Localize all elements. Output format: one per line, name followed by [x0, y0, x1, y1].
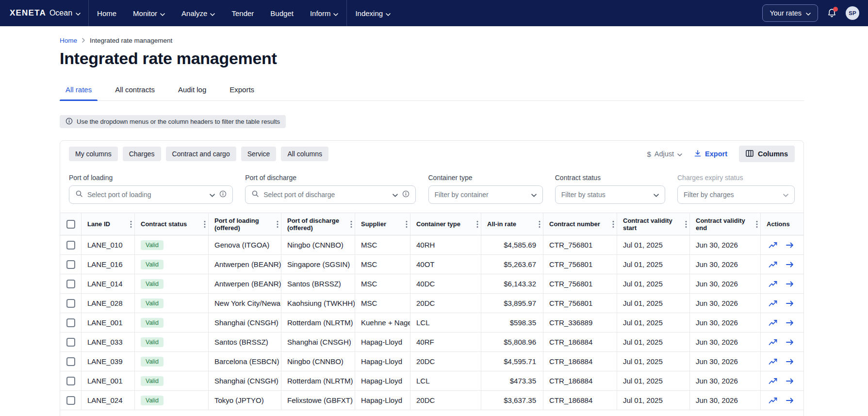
header-validity-end[interactable]: Contract validity end [690, 213, 761, 235]
column-menu-icon[interactable] [539, 220, 540, 228]
columns-button[interactable]: Columns [739, 146, 795, 162]
chip-contract-and-cargo[interactable]: Contract and cargo [166, 147, 236, 161]
trend-chart-icon[interactable] [769, 280, 778, 288]
nav-item-budget[interactable]: Budget [262, 0, 302, 26]
tab-exports[interactable]: Exports [224, 85, 260, 100]
open-row-arrow-icon[interactable] [786, 358, 794, 366]
trend-chart-icon[interactable] [769, 319, 778, 327]
status-badge: Valid [141, 279, 164, 289]
row-checkbox[interactable] [66, 338, 75, 347]
breadcrumb-home-link[interactable]: Home [60, 37, 77, 44]
avatar[interactable]: SP [846, 6, 859, 20]
table-body: LANE_010 Valid Genova (ITGOA) Ningbo (CN… [60, 235, 803, 410]
row-checkbox[interactable] [66, 357, 75, 366]
charges-expiry-select[interactable]: Filter by charges [677, 185, 795, 204]
tab-audit-log[interactable]: Audit log [172, 85, 212, 100]
select-all-checkbox[interactable] [66, 220, 75, 229]
lane-id-cell: LANE_016 [82, 255, 135, 274]
header-all-in-rate[interactable]: All-in rate [481, 213, 543, 235]
row-checkbox[interactable] [66, 377, 75, 385]
chip-charges[interactable]: Charges [123, 147, 161, 161]
row-checkbox[interactable] [66, 318, 75, 327]
chip-my-columns[interactable]: My columns [69, 147, 118, 161]
container-type-select[interactable]: Filter by container [428, 185, 543, 204]
trend-chart-icon[interactable] [769, 377, 778, 385]
trend-chart-icon[interactable] [769, 300, 778, 307]
port-of-discharge-select[interactable]: Select port of discharge [245, 185, 416, 204]
chip-service[interactable]: Service [241, 147, 277, 161]
your-rates-button[interactable]: Your rates [762, 4, 818, 22]
nav-item-tender[interactable]: Tender [223, 0, 262, 26]
header-container-type[interactable]: Container type [410, 213, 481, 235]
header-port-of-discharge[interactable]: Port of discharge (offered) [281, 213, 355, 235]
column-menu-icon[interactable] [350, 220, 352, 228]
row-checkbox[interactable] [66, 299, 75, 308]
header-contract-status[interactable]: Contract status [135, 213, 209, 235]
open-row-arrow-icon[interactable] [786, 300, 794, 307]
open-row-arrow-icon[interactable] [786, 261, 794, 268]
chevron-right-icon [82, 37, 85, 44]
header-lane-id[interactable]: Lane ID [82, 213, 135, 235]
nav-item-inform[interactable]: Inform [302, 0, 347, 26]
open-row-arrow-icon[interactable] [786, 397, 794, 404]
nav-item-monitor[interactable]: Monitor [125, 0, 173, 26]
trend-chart-icon[interactable] [769, 241, 778, 249]
chevron-down-icon [531, 190, 537, 199]
info-icon[interactable] [402, 190, 409, 200]
row-checkbox[interactable] [66, 241, 75, 250]
column-menu-icon[interactable] [756, 220, 758, 228]
adjust-currency-menu[interactable]: $ Adjust [647, 150, 682, 158]
contract-status-select[interactable]: Filter by status [555, 185, 665, 204]
columns-icon [746, 150, 753, 158]
port-of-loading-select[interactable]: Select port of loading [69, 185, 233, 204]
open-row-arrow-icon[interactable] [786, 241, 794, 249]
logo[interactable]: XENETA Ocean [10, 0, 88, 26]
header-supplier[interactable]: Supplier [355, 213, 410, 235]
nav-item-home[interactable]: Home [89, 0, 125, 26]
contract-number-cell: CTR_186884 [543, 333, 617, 351]
header-port-of-loading[interactable]: Port of loading (offered) [209, 213, 281, 235]
notification-bell-icon[interactable] [827, 8, 836, 18]
open-row-arrow-icon[interactable] [786, 338, 794, 346]
column-menu-icon[interactable] [277, 220, 278, 228]
column-menu-icon[interactable] [204, 220, 206, 228]
open-row-arrow-icon[interactable] [786, 319, 794, 327]
row-checkbox[interactable] [66, 260, 75, 269]
supplier-cell: MSC [355, 255, 410, 274]
column-menu-icon[interactable] [612, 220, 614, 228]
info-icon[interactable] [219, 190, 227, 200]
row-checkbox[interactable] [66, 396, 75, 405]
nav-item-analyze[interactable]: Analyze [173, 0, 223, 26]
contract-number-cell: CTR_186884 [543, 352, 617, 371]
header-validity-start[interactable]: Contract validity start [617, 213, 690, 235]
nav-item-indexing[interactable]: Indexing [347, 0, 399, 26]
validity-start-cell: Jul 01, 2025 [617, 371, 690, 390]
actions-cell [761, 391, 803, 410]
port-of-loading-cell: Genova (ITGOA) [209, 235, 281, 254]
row-checkbox[interactable] [66, 280, 75, 288]
column-menu-icon[interactable] [476, 220, 478, 228]
column-menu-icon[interactable] [406, 220, 408, 228]
lane-id-cell: LANE_014 [82, 274, 135, 293]
trend-chart-icon[interactable] [769, 338, 778, 346]
export-button[interactable]: Export [694, 150, 727, 159]
open-row-arrow-icon[interactable] [786, 377, 794, 385]
container-type-cell: 40RH [410, 235, 481, 254]
tab-all-rates[interactable]: All rates [60, 85, 98, 100]
trend-chart-icon[interactable] [769, 261, 778, 268]
trend-chart-icon[interactable] [769, 358, 778, 366]
filter-container-type: Container type Filter by container [428, 174, 543, 204]
tab-all-contracts[interactable]: All contracts [109, 85, 161, 100]
validity-start-cell: Jul 01, 2025 [617, 313, 690, 332]
supplier-cell: Hapag-Lloyd [355, 391, 410, 410]
column-menu-icon[interactable] [685, 220, 687, 228]
chip-all-columns[interactable]: All columns [281, 147, 328, 161]
header-contract-number[interactable]: Contract number [543, 213, 617, 235]
column-menu-icon[interactable] [130, 220, 132, 228]
validity-start-cell: Jul 01, 2025 [617, 235, 690, 254]
dollar-icon: $ [647, 150, 651, 158]
lane-id-cell: LANE_010 [82, 235, 135, 254]
open-row-arrow-icon[interactable] [786, 280, 794, 288]
filter-row: Port of loading Select port of loading P… [60, 162, 803, 204]
trend-chart-icon[interactable] [769, 397, 778, 404]
